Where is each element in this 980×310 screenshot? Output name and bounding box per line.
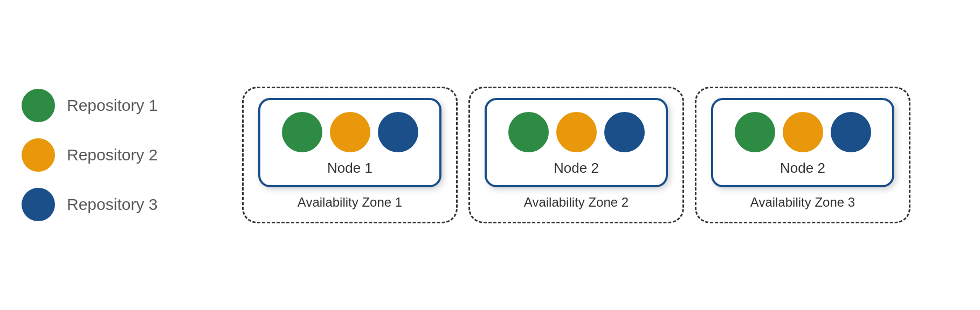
zone-box-1: Node 1 Availability Zone 1 bbox=[242, 87, 458, 223]
node1-dot-blue bbox=[378, 112, 418, 152]
node3-dot-blue bbox=[831, 112, 871, 152]
repo1-label: Repository 1 bbox=[67, 96, 157, 115]
legend-item-repo3: Repository 3 bbox=[22, 188, 172, 221]
legend-item-repo2: Repository 2 bbox=[22, 138, 172, 172]
zone-box-3: Node 2 Availability Zone 3 bbox=[695, 87, 910, 223]
node2-label: Node 2 bbox=[554, 160, 599, 177]
repo2-label: Repository 2 bbox=[67, 146, 157, 164]
zone1-label: Availability Zone 1 bbox=[298, 195, 402, 210]
node2-dot-blue bbox=[604, 112, 645, 152]
node-box-3: Node 2 bbox=[711, 98, 894, 187]
node1-dots bbox=[282, 112, 418, 152]
node-box-1: Node 1 bbox=[258, 98, 441, 187]
node2-dots bbox=[508, 112, 645, 152]
node1-dot-orange bbox=[330, 112, 370, 152]
node3-label: Node 2 bbox=[780, 160, 825, 177]
node3-dots bbox=[735, 112, 871, 152]
node3-dot-orange bbox=[783, 112, 823, 152]
main-container: Repository 1 Repository 2 Repository 3 N… bbox=[0, 0, 980, 310]
zone-box-2: Node 2 Availability Zone 2 bbox=[468, 87, 684, 223]
zone3-label: Availability Zone 3 bbox=[750, 195, 855, 210]
zones-container: Node 1 Availability Zone 1 Node 2 Availa… bbox=[194, 87, 958, 223]
legend: Repository 1 Repository 2 Repository 3 bbox=[22, 89, 194, 221]
node-box-2: Node 2 bbox=[485, 98, 668, 187]
repo1-dot bbox=[22, 89, 55, 122]
node2-dot-green bbox=[508, 112, 549, 152]
node1-dot-green bbox=[282, 112, 322, 152]
node3-dot-green bbox=[735, 112, 775, 152]
node1-label: Node 1 bbox=[327, 160, 372, 177]
legend-item-repo1: Repository 1 bbox=[22, 89, 172, 122]
node2-dot-orange bbox=[556, 112, 597, 152]
repo2-dot bbox=[22, 138, 55, 172]
repo3-dot bbox=[22, 188, 55, 221]
zone2-label: Availability Zone 2 bbox=[524, 195, 629, 210]
repo3-label: Repository 3 bbox=[67, 195, 157, 214]
